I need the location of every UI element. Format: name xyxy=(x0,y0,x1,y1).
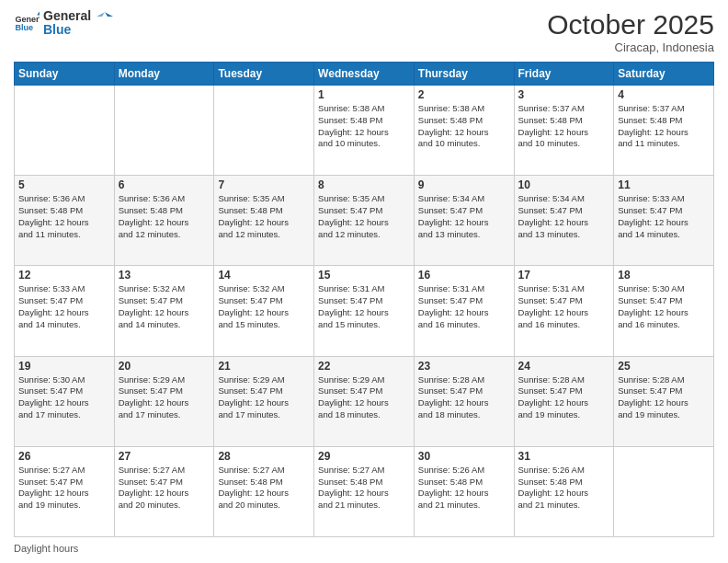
day-info: Sunrise: 5:34 AM Sunset: 5:47 PM Dayligh… xyxy=(418,193,510,240)
day-number: 29 xyxy=(318,450,410,463)
calendar-cell: 28Sunrise: 5:27 AM Sunset: 5:48 PM Dayli… xyxy=(214,446,314,536)
day-info: Sunrise: 5:28 AM Sunset: 5:47 PM Dayligh… xyxy=(618,374,710,421)
calendar-header-tuesday: Tuesday xyxy=(214,63,314,86)
day-number: 4 xyxy=(618,88,710,101)
calendar-header-wednesday: Wednesday xyxy=(314,63,415,86)
day-number: 23 xyxy=(418,360,510,373)
calendar-header-friday: Friday xyxy=(514,63,614,86)
day-number: 17 xyxy=(518,269,610,282)
day-number: 14 xyxy=(218,269,310,282)
day-info: Sunrise: 5:27 AM Sunset: 5:47 PM Dayligh… xyxy=(119,465,210,511)
calendar-cell: 22Sunrise: 5:29 AM Sunset: 5:47 PM Dayli… xyxy=(314,356,415,446)
day-info: Sunrise: 5:27 AM Sunset: 5:48 PM Dayligh… xyxy=(218,465,310,511)
day-number: 11 xyxy=(618,178,710,191)
location: Ciracap, Indonesia xyxy=(547,40,714,54)
calendar-cell xyxy=(114,86,214,176)
day-info: Sunrise: 5:27 AM Sunset: 5:47 PM Dayligh… xyxy=(18,465,110,511)
calendar-cell: 20Sunrise: 5:29 AM Sunset: 5:47 PM Dayli… xyxy=(114,356,214,446)
calendar-cell: 13Sunrise: 5:32 AM Sunset: 5:47 PM Dayli… xyxy=(114,266,214,356)
day-number: 13 xyxy=(119,269,210,282)
day-number: 3 xyxy=(518,88,610,101)
day-number: 28 xyxy=(218,450,310,463)
calendar-cell: 31Sunrise: 5:26 AM Sunset: 5:48 PM Dayli… xyxy=(514,446,614,536)
day-info: Sunrise: 5:32 AM Sunset: 5:47 PM Dayligh… xyxy=(119,283,210,330)
calendar-week-5: 26Sunrise: 5:27 AM Sunset: 5:47 PM Dayli… xyxy=(15,446,714,536)
day-number: 26 xyxy=(18,450,110,463)
calendar-cell xyxy=(214,86,314,176)
calendar-week-2: 5Sunrise: 5:36 AM Sunset: 5:48 PM Daylig… xyxy=(15,176,714,266)
calendar-week-1: 1Sunrise: 5:38 AM Sunset: 5:48 PM Daylig… xyxy=(15,86,714,176)
day-info: Sunrise: 5:37 AM Sunset: 5:48 PM Dayligh… xyxy=(618,103,710,150)
day-info: Sunrise: 5:37 AM Sunset: 5:48 PM Dayligh… xyxy=(518,103,610,150)
day-info: Sunrise: 5:35 AM Sunset: 5:47 PM Dayligh… xyxy=(318,193,410,240)
calendar-cell: 16Sunrise: 5:31 AM Sunset: 5:47 PM Dayli… xyxy=(414,266,514,356)
day-info: Sunrise: 5:34 AM Sunset: 5:47 PM Dayligh… xyxy=(518,193,610,240)
day-number: 10 xyxy=(518,178,610,191)
calendar-cell: 4Sunrise: 5:37 AM Sunset: 5:48 PM Daylig… xyxy=(614,86,714,176)
day-number: 16 xyxy=(418,269,510,282)
day-number: 15 xyxy=(318,269,410,282)
calendar-week-4: 19Sunrise: 5:30 AM Sunset: 5:47 PM Dayli… xyxy=(15,356,714,446)
day-number: 19 xyxy=(18,360,110,373)
calendar-header-row: SundayMondayTuesdayWednesdayThursdayFrid… xyxy=(15,63,714,86)
day-number: 25 xyxy=(618,360,710,373)
calendar-cell: 17Sunrise: 5:31 AM Sunset: 5:47 PM Dayli… xyxy=(514,266,614,356)
calendar-cell: 14Sunrise: 5:32 AM Sunset: 5:47 PM Dayli… xyxy=(214,266,314,356)
header: General Blue General Blue October 2025 C… xyxy=(14,9,714,54)
calendar-cell xyxy=(15,86,115,176)
day-number: 18 xyxy=(618,269,710,282)
day-info: Sunrise: 5:36 AM Sunset: 5:48 PM Dayligh… xyxy=(119,193,210,240)
daylight-label: Daylight hours xyxy=(14,543,78,554)
day-number: 22 xyxy=(318,360,410,373)
day-number: 2 xyxy=(418,88,510,101)
day-info: Sunrise: 5:26 AM Sunset: 5:48 PM Dayligh… xyxy=(418,465,510,511)
calendar-cell: 30Sunrise: 5:26 AM Sunset: 5:48 PM Dayli… xyxy=(414,446,514,536)
day-info: Sunrise: 5:31 AM Sunset: 5:47 PM Dayligh… xyxy=(318,283,410,330)
calendar-cell: 6Sunrise: 5:36 AM Sunset: 5:48 PM Daylig… xyxy=(114,176,214,266)
day-info: Sunrise: 5:30 AM Sunset: 5:47 PM Dayligh… xyxy=(18,374,110,421)
logo: General Blue General Blue xyxy=(14,9,113,38)
calendar-cell: 29Sunrise: 5:27 AM Sunset: 5:48 PM Dayli… xyxy=(314,446,415,536)
calendar-cell: 10Sunrise: 5:34 AM Sunset: 5:47 PM Dayli… xyxy=(514,176,614,266)
calendar-cell: 3Sunrise: 5:37 AM Sunset: 5:48 PM Daylig… xyxy=(514,86,614,176)
calendar-cell: 19Sunrise: 5:30 AM Sunset: 5:47 PM Dayli… xyxy=(15,356,115,446)
day-number: 5 xyxy=(18,178,110,191)
day-info: Sunrise: 5:32 AM Sunset: 5:47 PM Dayligh… xyxy=(218,283,310,330)
day-info: Sunrise: 5:31 AM Sunset: 5:47 PM Dayligh… xyxy=(518,283,610,330)
day-info: Sunrise: 5:28 AM Sunset: 5:47 PM Dayligh… xyxy=(418,374,510,421)
day-info: Sunrise: 5:26 AM Sunset: 5:48 PM Dayligh… xyxy=(518,465,610,511)
svg-text:Blue: Blue xyxy=(15,24,33,33)
calendar-week-3: 12Sunrise: 5:33 AM Sunset: 5:47 PM Dayli… xyxy=(15,266,714,356)
calendar-cell: 9Sunrise: 5:34 AM Sunset: 5:47 PM Daylig… xyxy=(414,176,514,266)
day-number: 8 xyxy=(318,178,410,191)
svg-marker-4 xyxy=(105,12,113,17)
logo-blue: Blue xyxy=(43,23,113,37)
day-number: 12 xyxy=(18,269,110,282)
page: General Blue General Blue October 2025 C… xyxy=(0,0,728,563)
day-info: Sunrise: 5:29 AM Sunset: 5:47 PM Dayligh… xyxy=(318,374,410,421)
calendar-cell: 11Sunrise: 5:33 AM Sunset: 5:47 PM Dayli… xyxy=(614,176,714,266)
day-info: Sunrise: 5:30 AM Sunset: 5:47 PM Dayligh… xyxy=(618,283,710,330)
svg-marker-5 xyxy=(97,12,105,17)
day-info: Sunrise: 5:31 AM Sunset: 5:47 PM Dayligh… xyxy=(418,283,510,330)
day-number: 31 xyxy=(518,450,610,463)
calendar-table: SundayMondayTuesdayWednesdayThursdayFrid… xyxy=(14,62,714,537)
calendar-cell: 7Sunrise: 5:35 AM Sunset: 5:48 PM Daylig… xyxy=(214,176,314,266)
calendar-cell: 12Sunrise: 5:33 AM Sunset: 5:47 PM Dayli… xyxy=(15,266,115,356)
day-info: Sunrise: 5:33 AM Sunset: 5:47 PM Dayligh… xyxy=(618,193,710,240)
day-number: 9 xyxy=(418,178,510,191)
calendar-header-sunday: Sunday xyxy=(15,63,115,86)
calendar-cell: 27Sunrise: 5:27 AM Sunset: 5:47 PM Dayli… xyxy=(114,446,214,536)
day-info: Sunrise: 5:33 AM Sunset: 5:47 PM Dayligh… xyxy=(18,283,110,330)
day-number: 21 xyxy=(218,360,310,373)
calendar-cell: 25Sunrise: 5:28 AM Sunset: 5:47 PM Dayli… xyxy=(614,356,714,446)
month-title: October 2025 xyxy=(547,9,714,40)
day-info: Sunrise: 5:38 AM Sunset: 5:48 PM Dayligh… xyxy=(418,103,510,150)
calendar-cell: 23Sunrise: 5:28 AM Sunset: 5:47 PM Dayli… xyxy=(414,356,514,446)
logo-bird xyxy=(97,10,113,23)
title-block: October 2025 Ciracap, Indonesia xyxy=(547,9,714,54)
calendar-cell: 2Sunrise: 5:38 AM Sunset: 5:48 PM Daylig… xyxy=(414,86,514,176)
day-info: Sunrise: 5:28 AM Sunset: 5:47 PM Dayligh… xyxy=(518,374,610,421)
day-number: 6 xyxy=(119,178,210,191)
calendar-header-monday: Monday xyxy=(114,63,214,86)
